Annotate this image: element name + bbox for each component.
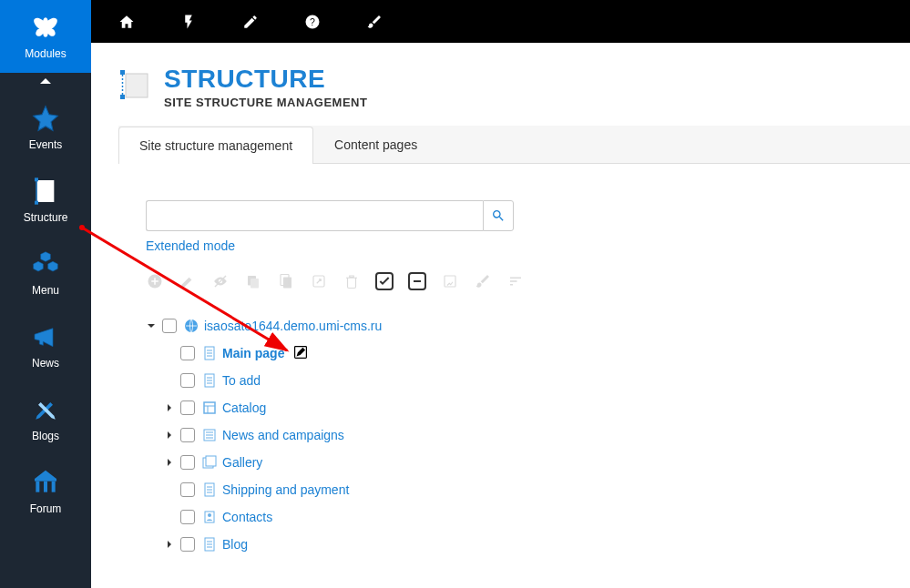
- check-all-icon[interactable]: [375, 272, 394, 290]
- tree-item-label[interactable]: Contacts: [222, 510, 272, 524]
- gallery-icon: [202, 455, 217, 470]
- tree-checkbox[interactable]: [180, 537, 195, 552]
- tree-checkbox[interactable]: [180, 482, 195, 497]
- template-icon[interactable]: [441, 272, 459, 290]
- sidebar-modules-label: Modules: [25, 47, 66, 60]
- delete-icon[interactable]: [343, 272, 361, 290]
- globe-icon: [184, 319, 199, 333]
- sidebar-item-label: Blogs: [32, 430, 59, 442]
- svg-rect-21: [445, 276, 455, 287]
- edit-icon[interactable]: [179, 272, 197, 290]
- page-title: STRUCTURE: [164, 65, 367, 94]
- page-icon: [202, 373, 217, 388]
- svg-rect-9: [126, 74, 148, 97]
- tab-site-structure[interactable]: Site structure management: [118, 127, 313, 164]
- tree-row: Contacts: [146, 503, 910, 531]
- tree-item-label[interactable]: Gallery: [222, 455, 262, 470]
- tree-checkbox[interactable]: [162, 319, 177, 333]
- tree-item-label[interactable]: To add: [222, 373, 261, 388]
- visibility-icon[interactable]: [211, 272, 230, 290]
- tree-checkbox[interactable]: [180, 428, 195, 442]
- page-header: STRUCTURE SITE STRUCTURE MANAGEMENT: [91, 43, 910, 109]
- tree-checkbox[interactable]: [180, 455, 195, 470]
- tree-checkbox[interactable]: [180, 346, 195, 360]
- toolbar: [146, 272, 910, 290]
- power-icon[interactable]: [167, 0, 210, 43]
- svg-rect-16: [251, 279, 259, 289]
- contacts-icon: [202, 510, 217, 524]
- tab-bar: Site structure management Content pages: [118, 126, 910, 164]
- tree-toggle[interactable]: [164, 348, 175, 359]
- tree-root-row: isaosato1644.demo.umi-cms.ru: [146, 312, 910, 340]
- duplicate-icon[interactable]: [277, 272, 295, 290]
- tree-row: Blog: [146, 531, 910, 558]
- sidebar-item-blogs[interactable]: Blogs: [0, 382, 91, 455]
- tree-item-label[interactable]: Blog: [222, 537, 248, 552]
- star-icon: [31, 104, 60, 133]
- sidebar-item-label: Structure: [24, 211, 68, 224]
- tree-item-label[interactable]: Catalog: [222, 400, 266, 415]
- sidebar-item-forum[interactable]: Forum: [0, 455, 91, 528]
- forum-icon: [31, 468, 60, 497]
- svg-rect-6: [36, 482, 39, 492]
- sidebar-item-label: Menu: [32, 284, 59, 297]
- catalog-icon: [202, 400, 217, 415]
- tree-item-label[interactable]: News and campaigns: [222, 428, 344, 442]
- svg-rect-17: [283, 278, 291, 289]
- tree-toggle[interactable]: [164, 375, 175, 386]
- sidebar-item-label: Events: [29, 138, 63, 151]
- structure-header-icon: [118, 68, 151, 101]
- edit-icon[interactable]: [293, 345, 308, 362]
- svg-rect-7: [44, 482, 47, 492]
- news-icon: [202, 428, 217, 442]
- sidebar-modules[interactable]: Modules: [0, 0, 91, 73]
- svg-rect-2: [37, 180, 55, 202]
- tree-row: To add: [146, 367, 910, 394]
- link-icon[interactable]: [310, 272, 328, 290]
- brush-tool-icon[interactable]: [474, 272, 492, 290]
- search-row: [146, 200, 910, 231]
- tree-row: Main page: [146, 340, 910, 367]
- brush-icon[interactable]: [353, 0, 396, 43]
- svg-rect-10: [120, 70, 125, 75]
- pencils-icon: [31, 395, 60, 424]
- page-subtitle: SITE STRUCTURE MANAGEMENT: [164, 96, 367, 109]
- sidebar-item-events[interactable]: Events: [0, 91, 91, 164]
- sidebar-item-news[interactable]: News: [0, 309, 91, 382]
- copy-icon[interactable]: [244, 272, 262, 290]
- add-icon[interactable]: [146, 272, 164, 290]
- tree-toggle[interactable]: [164, 484, 175, 495]
- search-input[interactable]: [146, 200, 483, 231]
- tree-checkbox[interactable]: [180, 510, 195, 524]
- tree-checkbox[interactable]: [180, 373, 195, 388]
- topbar: ?: [91, 0, 910, 43]
- page-icon: [202, 346, 217, 360]
- extended-mode-link[interactable]: Extended mode: [146, 238, 235, 253]
- svg-rect-32: [204, 402, 215, 413]
- tree-toggle[interactable]: [164, 402, 175, 413]
- home-icon[interactable]: [105, 0, 148, 43]
- tree-item-label[interactable]: Main page: [222, 346, 284, 360]
- page-icon: [202, 537, 217, 552]
- tree-toggle[interactable]: [164, 539, 175, 550]
- sidebar-item-menu[interactable]: Menu: [0, 237, 91, 309]
- tree-root-label[interactable]: isaosato1644.demo.umi-cms.ru: [204, 319, 382, 333]
- sort-icon[interactable]: [506, 272, 525, 290]
- tab-content-pages[interactable]: Content pages: [313, 126, 438, 163]
- tree-checkbox[interactable]: [180, 400, 195, 415]
- sidebar-collapse-icon[interactable]: [0, 73, 91, 91]
- tree-toggle[interactable]: [164, 512, 175, 522]
- help-icon[interactable]: ?: [291, 0, 334, 43]
- pencil-icon[interactable]: [229, 0, 272, 43]
- tree-toggle-expanded[interactable]: [146, 320, 157, 331]
- sidebar-item-structure[interactable]: Structure: [0, 164, 91, 237]
- uncheck-all-icon[interactable]: [408, 272, 426, 290]
- tree-toggle[interactable]: [164, 430, 175, 441]
- tree-toggle[interactable]: [164, 457, 175, 468]
- search-button[interactable]: [483, 200, 514, 231]
- tree-row: Shipping and payment: [146, 476, 910, 503]
- megaphone-icon: [31, 322, 60, 351]
- sidebar: Modules Events Structure Menu News: [0, 0, 91, 588]
- tree-item-label[interactable]: Shipping and payment: [222, 482, 349, 497]
- main-panel: Extended mode isaosato1644.demo.umi-cms.…: [91, 164, 910, 558]
